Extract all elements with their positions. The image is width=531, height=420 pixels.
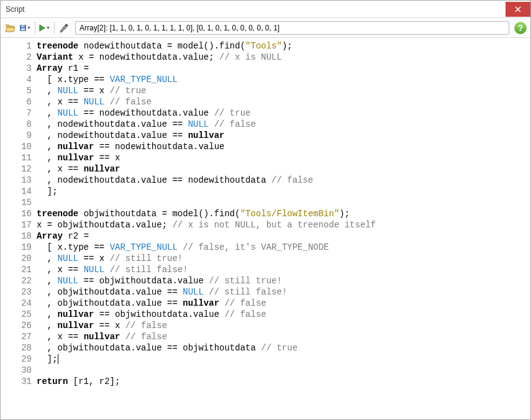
code-content: , nodewithoutdata.value == NULL // false [37,119,530,130]
code-content: , objwithoutdata.value == objwithoutdata… [37,342,530,354]
play-icon [39,24,45,32]
line-number: 24 [1,298,37,309]
code-content: x = objwithoutdata.value; // x is not NU… [37,219,530,231]
line-number: 30 [1,365,37,376]
line-number: 4 [1,74,37,85]
code-content: , nullvar == x [37,152,530,163]
code-line[interactable]: 1treenode nodewithoutdata = model().find… [1,40,530,52]
code-content: , x == nullvar // false [37,331,530,342]
code-line[interactable]: 2Variant x = nodewithoutdata.value; // x… [1,52,530,63]
code-line[interactable]: 22 , NULL == objwithoutdata.value // sti… [1,275,530,286]
code-line[interactable]: 3Array r1 = [1,63,530,74]
line-number: 2 [1,52,37,63]
code-content: ]; [37,186,530,197]
code-content: , NULL == objwithoutdata.value // still … [37,275,530,286]
svg-rect-2 [21,28,25,30]
code-content: [ x.type == VAR_TYPE_NULL [37,74,530,85]
line-number: 15 [1,197,37,208]
svg-rect-3 [24,25,24,27]
code-content: , x == NULL // false [37,96,530,107]
code-line[interactable]: 21 , x == NULL // still false! [1,264,530,275]
output-field[interactable]: Array[2]: [1, 1, 0, 1, 0, 1, 1, 1, 1, 0]… [75,21,509,35]
run-button[interactable]: ▼ [39,22,51,34]
save-button[interactable]: ▼ [19,22,32,34]
code-line[interactable]: 24 , objwithoutdata.value == nullvar // … [1,298,530,309]
code-line[interactable]: 5 , NULL == x // true [1,85,530,96]
code-content [37,365,530,376]
code-line[interactable]: 12 , x == nullvar [1,163,530,175]
line-number: 16 [1,208,37,219]
code-line[interactable]: 31return [r1, r2]; [1,376,530,387]
code-line[interactable]: 14 ]; [1,186,530,197]
text-cursor [58,354,58,364]
line-number: 13 [1,175,37,186]
code-line[interactable]: 18Array r2 = [1,231,530,242]
line-number: 31 [1,376,37,387]
code-content [37,197,530,208]
line-number: 23 [1,286,37,298]
code-content: treenode nodewithoutdata = model().find(… [37,40,530,52]
code-line[interactable]: 8 , nodewithoutdata.value == NULL // fal… [1,119,530,130]
code-line[interactable]: 13 , nodewithoutdata.value == nodewithou… [1,175,530,186]
line-number: 20 [1,253,37,264]
sampler-button[interactable] [58,22,70,34]
close-button[interactable] [506,2,530,17]
code-line[interactable]: 9 , nodewithoutdata.value == nullvar [1,130,530,141]
code-content: ]; [37,354,530,365]
code-content: , x == nullvar [37,163,530,175]
code-line[interactable]: 28 , objwithoutdata.value == objwithoutd… [1,342,530,354]
code-line[interactable]: 11 , nullvar == x [1,152,530,163]
window-title: Script [6,5,25,14]
code-content: , nullvar == nodewithoutdata.value [37,141,530,152]
code-content: treenode objwithoutdata = model().find("… [37,208,530,219]
code-line[interactable]: 16treenode objwithoutdata = model().find… [1,208,530,219]
chevron-down-icon: ▼ [27,25,31,30]
line-number: 29 [1,354,37,365]
code-content: Array r2 = [37,231,530,242]
code-content: return [r1, r2]; [37,376,530,387]
code-line[interactable]: 17x = objwithoutdata.value; // x is not … [1,219,530,231]
code-line[interactable]: 27 , x == nullvar // false [1,331,530,342]
open-file-button[interactable] [4,22,17,34]
code-content: , x == NULL // still false! [37,264,530,275]
code-line[interactable]: 23 , objwithoutdata.value == NULL // sti… [1,286,530,298]
code-line[interactable]: 30 [1,365,530,376]
line-number: 5 [1,85,37,96]
code-line[interactable]: 7 , NULL == nodewithoutdata.value // tru… [1,107,530,119]
code-line[interactable]: 4 [ x.type == VAR_TYPE_NULL [1,74,530,85]
line-number: 1 [1,40,37,52]
line-number: 12 [1,163,37,175]
output-text: Array[2]: [1, 1, 0, 1, 0, 1, 1, 1, 1, 0]… [79,24,279,32]
code-content: [ x.type == VAR_TYPE_NULL // false, it's… [37,242,530,253]
line-number: 11 [1,152,37,163]
line-number: 8 [1,119,37,130]
code-line[interactable]: 15 [1,197,530,208]
help-button[interactable]: ? [514,22,527,34]
floppy-disk-icon [20,23,26,33]
title-bar: Script [1,1,530,18]
line-number: 22 [1,275,37,286]
code-content: , NULL == x // still true! [37,253,530,264]
separator [54,22,55,34]
line-number: 28 [1,342,37,354]
code-line[interactable]: 29 ]; [1,354,530,365]
line-number: 21 [1,264,37,275]
code-content: , nodewithoutdata.value == nodewithoutda… [37,175,530,186]
code-content: , objwithoutdata.value == NULL // still … [37,286,530,298]
code-line[interactable]: 10 , nullvar == nodewithoutdata.value [1,141,530,152]
line-number: 10 [1,141,37,152]
code-line[interactable]: 26 , nullvar == x // false [1,320,530,331]
code-content: , nullvar == objwithoutdata.value // fal… [37,309,530,320]
code-editor[interactable]: 1treenode nodewithoutdata = model().find… [1,38,530,419]
code-content: , NULL == nodewithoutdata.value // true [37,107,530,119]
separator [35,22,35,34]
chevron-down-icon: ▼ [46,25,50,30]
code-content: Array r1 = [37,63,530,74]
help-icon: ? [518,23,524,33]
code-line[interactable]: 6 , x == NULL // false [1,96,530,107]
line-number: 17 [1,219,37,231]
code-line[interactable]: 19 [ x.type == VAR_TYPE_NULL // false, i… [1,242,530,253]
line-number: 14 [1,186,37,197]
code-line[interactable]: 20 , NULL == x // still true! [1,253,530,264]
code-line[interactable]: 25 , nullvar == objwithoutdata.value // … [1,309,530,320]
